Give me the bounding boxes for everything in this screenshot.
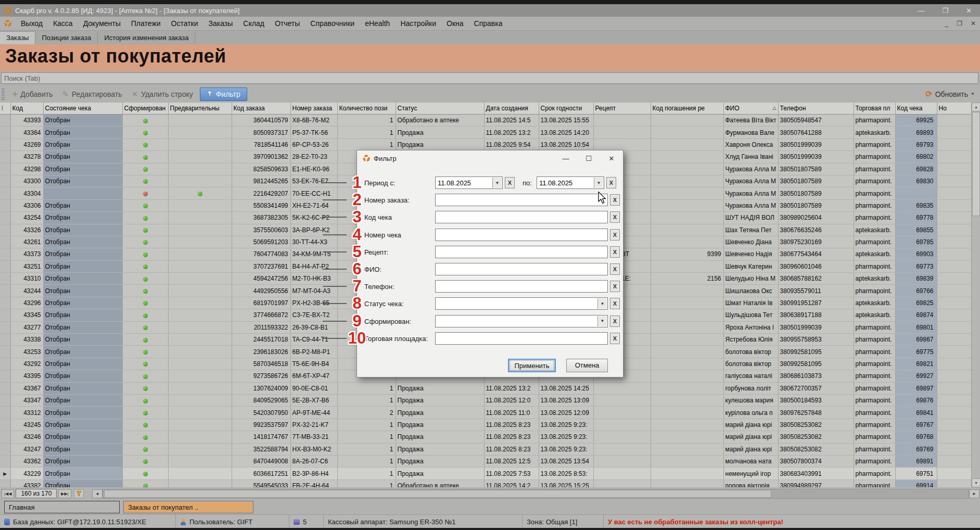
- table-row[interactable]: 43312Отобран5420307950AP-9T-ME-442Продаж…: [0, 407, 971, 419]
- column-header[interactable]: Сформирован: [122, 103, 168, 115]
- menu-item[interactable]: Остатки: [166, 18, 203, 29]
- scroll-up-button[interactable]: ▲: [972, 103, 980, 111]
- table-row[interactable]: 43269Отобран78185411466P-CP-53-261Продаж…: [0, 138, 971, 150]
- column-header[interactable]: Рецепт: [593, 103, 651, 115]
- window-tab-orders[interactable]: Заказы от покупател ..: [123, 501, 253, 513]
- maximize-button[interactable]: ❐: [942, 7, 948, 15]
- dropdown-arrow-icon[interactable]: ▼: [597, 298, 607, 309]
- clear-button[interactable]: X: [606, 177, 616, 188]
- dialog-maximize-button[interactable]: ☐: [577, 155, 600, 162]
- mdi-close-button[interactable]: ✕: [971, 20, 976, 27]
- filter-text-input[interactable]: [435, 211, 608, 223]
- cancel-button[interactable]: Отмена: [566, 359, 608, 372]
- menu-item[interactable]: Касса: [48, 18, 78, 29]
- tab[interactable]: Позиции заказа: [35, 32, 98, 44]
- menu-item[interactable]: Склад: [238, 18, 270, 29]
- menu-item[interactable]: Отчеты: [270, 18, 305, 29]
- dropdown-arrow-icon[interactable]: ▼: [594, 178, 603, 188]
- scroll-right-button[interactable]: ►: [969, 489, 979, 498]
- table-row[interactable]: 43364Отобран8050937317P5-37-TK-561Продаж…: [0, 127, 971, 138]
- table-row[interactable]: ▶43229Отобран6036617251B2-3P-86-H41Прода…: [0, 468, 971, 479]
- toolbar-drag-handle[interactable]: [2, 89, 5, 100]
- column-header[interactable]: Но: [937, 103, 971, 115]
- filter-button[interactable]: Фильтр: [200, 87, 247, 101]
- clear-button[interactable]: X: [610, 246, 620, 258]
- column-header[interactable]: Код чека: [895, 103, 937, 115]
- filter-combo-input[interactable]: ▼: [435, 315, 608, 327]
- menu-item[interactable]: Выход: [16, 18, 48, 29]
- clear-button[interactable]: X: [610, 298, 620, 309]
- clear-button[interactable]: X: [610, 333, 620, 344]
- clear-button[interactable]: X: [610, 263, 620, 275]
- first-page-button[interactable]: |◀◀: [2, 489, 14, 498]
- table-row[interactable]: 43247Отобран3522588794HX-B3-M0-K21Продаж…: [0, 443, 971, 455]
- close-button[interactable]: ✕: [966, 7, 972, 15]
- vertical-scrollbar[interactable]: ▲ ▼: [971, 103, 980, 487]
- clear-button[interactable]: X: [610, 211, 620, 223]
- dropdown-arrow-icon[interactable]: ▼: [597, 316, 607, 326]
- mdi-restore-button[interactable]: ❐: [957, 20, 962, 27]
- period-to-input[interactable]: 11.08.2025▼: [537, 176, 604, 189]
- dialog-minimize-button[interactable]: —: [554, 155, 577, 162]
- period-from-input[interactable]: 11.08.2025▼: [435, 176, 503, 189]
- column-header[interactable]: Торговая пл: [854, 103, 895, 115]
- table-row[interactable]: 43393Отобран3604410579X8-6B-76-M21Обрабо…: [0, 115, 971, 127]
- menu-item[interactable]: Справка: [469, 18, 508, 29]
- dropdown-arrow-icon[interactable]: ▼: [492, 178, 502, 188]
- menu-item[interactable]: Справочники: [305, 18, 360, 29]
- column-header[interactable]: Номер заказа: [290, 103, 337, 115]
- refresh-button[interactable]: ⟳ Обновить ▼: [925, 85, 975, 103]
- clear-button[interactable]: X: [505, 177, 515, 188]
- search-input[interactable]: Поиск (Tab): [1, 72, 978, 84]
- horizontal-scrollbar[interactable]: [103, 489, 969, 499]
- menu-item[interactable]: Окна: [441, 18, 469, 29]
- table-row[interactable]: 43362Отобран84704490088A-26-07-C61Продаж…: [0, 455, 971, 467]
- clear-button[interactable]: X: [610, 281, 620, 292]
- column-header[interactable]: Статус: [396, 103, 484, 115]
- edit-button[interactable]: ✎ Редактировать: [57, 87, 126, 101]
- table-row[interactable]: 43246Отобран14181747677T-MB-33-211Продаж…: [0, 431, 971, 443]
- column-header[interactable]: Телефон: [778, 103, 854, 115]
- clear-button[interactable]: X: [610, 194, 620, 206]
- filter-text-input[interactable]: [435, 263, 608, 275]
- column-header[interactable]: Предварительны: [168, 103, 232, 115]
- table-row[interactable]: 43245Отобран9923537597PX-32-21-K71Продаж…: [0, 419, 971, 431]
- delete-row-button[interactable]: ✕ Удалить строку: [127, 87, 198, 101]
- menu-item[interactable]: Платежи: [126, 18, 166, 29]
- filter-text-input[interactable]: [435, 194, 608, 206]
- column-header[interactable]: Срок годности: [539, 103, 593, 115]
- filter-text-input[interactable]: [435, 229, 608, 241]
- dialog-titlebar[interactable]: Фильтр — ☐ ✕: [357, 150, 623, 166]
- column-header[interactable]: Дата создания: [484, 103, 539, 115]
- column-header[interactable]: Код: [10, 103, 43, 115]
- column-header[interactable]: Состояние чека: [43, 103, 122, 115]
- clear-button[interactable]: X: [610, 316, 620, 327]
- vertical-scroll-thumb[interactable]: [972, 112, 980, 216]
- tab[interactable]: История изменения заказа: [98, 32, 195, 44]
- filter-text-input[interactable]: [435, 246, 608, 258]
- column-header[interactable]: Код заказа: [232, 103, 290, 115]
- minimize-button[interactable]: —: [918, 7, 924, 15]
- filter-text-input[interactable]: [435, 332, 608, 345]
- apply-button[interactable]: Применить: [508, 359, 556, 372]
- tab[interactable]: Заказы: [0, 31, 35, 44]
- mdi-minimize-button[interactable]: _: [945, 20, 948, 27]
- horizontal-scroll-thumb[interactable]: [104, 490, 771, 498]
- menu-item[interactable]: Документы: [78, 18, 126, 29]
- last-page-button[interactable]: ▶▶|: [58, 489, 71, 498]
- filter-combo-input[interactable]: ▼: [435, 297, 608, 310]
- clear-button[interactable]: X: [610, 229, 620, 241]
- menu-item[interactable]: Заказы: [203, 18, 238, 29]
- table-row[interactable]: 43347Отобран84095290655E-2B-X7-B61Продаж…: [0, 394, 971, 406]
- column-header[interactable]: Код погашения ре: [651, 103, 723, 115]
- add-button[interactable]: + Добавить: [8, 87, 57, 101]
- scroll-down-button[interactable]: ▼: [972, 478, 980, 487]
- column-header[interactable]: Количество пози: [337, 103, 396, 115]
- table-row[interactable]: 43382Отобран5549545033FB-2E-4H-641Обрабо…: [0, 479, 971, 487]
- filter-text-input[interactable]: [435, 280, 608, 293]
- dialog-close-button[interactable]: ✕: [600, 155, 623, 162]
- table-row[interactable]: 43367Отобран130762400990-0E-C8-011Продаж…: [0, 382, 971, 394]
- menu-item[interactable]: Настройки: [395, 18, 441, 29]
- filter-indicator-icon[interactable]: [74, 489, 84, 498]
- column-header[interactable]: ФИО△: [723, 103, 778, 115]
